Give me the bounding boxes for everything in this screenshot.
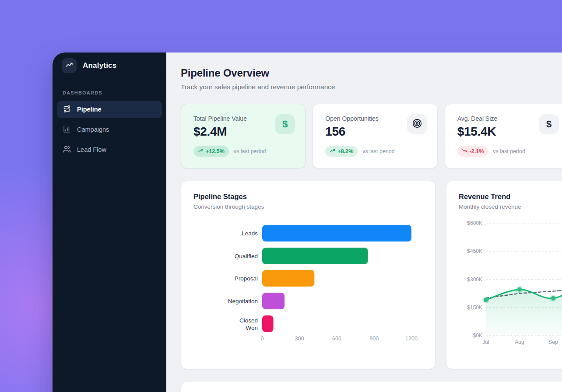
route-icon bbox=[63, 105, 71, 114]
stats-row: Total Pipeline Value $2.4M +12.5% vs las… bbox=[181, 104, 562, 168]
target-icon bbox=[412, 118, 422, 130]
page-subtitle: Track your sales pipeline and revenue pe… bbox=[181, 83, 562, 91]
bar-chart-icon bbox=[63, 125, 71, 134]
svg-text:Sep: Sep bbox=[548, 339, 558, 345]
sidebar-item-label: Lead Flow bbox=[77, 146, 106, 153]
users-icon bbox=[63, 145, 71, 154]
stat-card-open-opportunities: Open Opportunities 156 +8.2% vs last per… bbox=[313, 104, 437, 168]
pipeline-stages-chart: LeadsQualifiedProposalNegotiationClosedW… bbox=[193, 221, 427, 346]
svg-text:Aug: Aug bbox=[515, 339, 524, 345]
sidebar-item-pipeline[interactable]: Pipeline bbox=[57, 101, 162, 118]
trending-up-icon bbox=[330, 148, 335, 155]
svg-text:$0K: $0K bbox=[473, 332, 482, 339]
partial-bottom-card bbox=[181, 381, 562, 392]
brand: Analytics bbox=[53, 52, 166, 79]
svg-text:Negotiation: Negotiation bbox=[228, 298, 258, 304]
sidebar-item-campaigns[interactable]: Campaigns bbox=[57, 121, 162, 138]
svg-text:Proposal: Proposal bbox=[235, 275, 258, 282]
stat-icon-chip: $ bbox=[275, 114, 295, 134]
stat-icon-chip: $ bbox=[539, 114, 559, 134]
compare-text: vs last period bbox=[493, 148, 525, 154]
stat-card-avg-deal-size: Avg. Deal Size $15.4K -2.1% vs last peri… bbox=[445, 104, 562, 168]
svg-text:Leads: Leads bbox=[242, 230, 258, 237]
svg-text:900: 900 bbox=[369, 336, 379, 342]
brand-chip bbox=[62, 58, 77, 73]
nav-section-label: DASHBOARDS bbox=[63, 90, 162, 95]
app-window: Analytics DASHBOARDS Pipeline Campaigns bbox=[53, 52, 562, 392]
svg-text:$450K: $450K bbox=[467, 248, 482, 254]
change-badge: +12.5% bbox=[193, 146, 229, 157]
chart-title: Revenue Trend bbox=[459, 192, 562, 201]
dollar-icon: $ bbox=[546, 119, 551, 130]
svg-text:Qualified: Qualified bbox=[235, 253, 258, 259]
sidebar-nav: DASHBOARDS Pipeline Campaigns bbox=[53, 79, 166, 161]
main-content: Pipeline Overview Track your sales pipel… bbox=[166, 52, 562, 392]
svg-text:0: 0 bbox=[261, 336, 264, 342]
svg-text:600: 600 bbox=[332, 336, 341, 342]
revenue-trend-chart: $600K$450K$300K$150K$0KJulAugSep bbox=[459, 216, 562, 347]
stat-icon-chip bbox=[407, 114, 427, 134]
trending-up-icon bbox=[65, 61, 73, 70]
stat-card-total-pipeline-value: Total Pipeline Value $2.4M +12.5% vs las… bbox=[181, 104, 306, 168]
sidebar-item-label: Campaigns bbox=[77, 126, 109, 133]
pipeline-stages-card: Pipeline Stages Conversion through stage… bbox=[181, 181, 436, 369]
sidebar: Analytics DASHBOARDS Pipeline Campaigns bbox=[53, 52, 166, 392]
chart-title: Pipeline Stages bbox=[193, 192, 423, 201]
compare-text: vs last period bbox=[362, 148, 395, 154]
svg-text:ClosedWon: ClosedWon bbox=[239, 317, 258, 331]
compare-text: vs last period bbox=[234, 148, 266, 154]
dollar-icon: $ bbox=[282, 119, 288, 130]
chart-subtitle: Conversion through stages bbox=[193, 203, 423, 210]
change-badge: +8.2% bbox=[325, 146, 358, 157]
svg-text:$300K: $300K bbox=[467, 276, 482, 283]
change-badge: -2.1% bbox=[457, 146, 488, 157]
svg-text:Jul: Jul bbox=[482, 339, 489, 345]
svg-text:$150K: $150K bbox=[467, 304, 482, 311]
trending-down-icon bbox=[462, 148, 467, 155]
svg-text:$600K: $600K bbox=[467, 220, 482, 226]
chart-subtitle: Monthly closed revenue bbox=[459, 203, 562, 210]
page-title: Pipeline Overview bbox=[181, 67, 562, 79]
revenue-trend-card: Revenue Trend Monthly closed revenue $60… bbox=[446, 181, 562, 369]
brand-name: Analytics bbox=[83, 61, 116, 70]
svg-text:300: 300 bbox=[295, 336, 304, 342]
charts-row: Pipeline Stages Conversion through stage… bbox=[181, 181, 562, 369]
trending-up-icon bbox=[198, 148, 204, 155]
svg-text:1200: 1200 bbox=[405, 336, 418, 342]
sidebar-item-label: Pipeline bbox=[77, 106, 102, 113]
sidebar-item-lead-flow[interactable]: Lead Flow bbox=[57, 141, 162, 158]
